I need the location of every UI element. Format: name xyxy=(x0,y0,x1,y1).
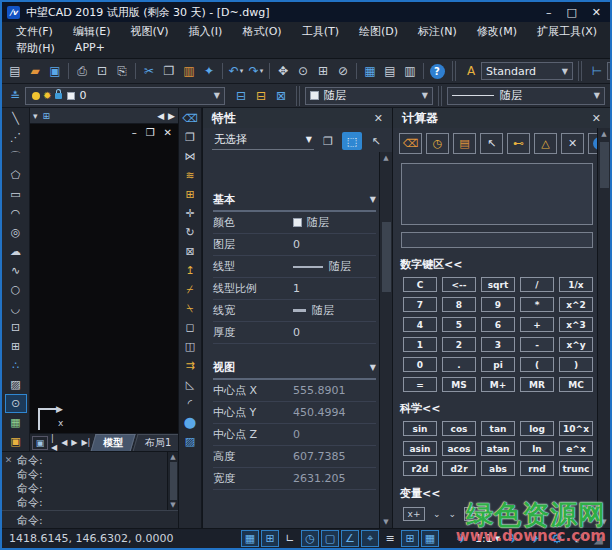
layer-states-icon[interactable]: ⊠ xyxy=(271,86,291,105)
new-view-icon[interactable]: ⊞ xyxy=(43,111,51,121)
menu-app-plus[interactable]: APP+ xyxy=(65,40,115,57)
menu-view[interactable]: 视图(V) xyxy=(120,23,178,40)
calc-button-3[interactable]: 3 xyxy=(481,337,515,352)
annotation-visibility-icon[interactable]: ✈ xyxy=(453,530,471,547)
properties-close-icon[interactable]: ✕ xyxy=(374,112,383,125)
calc-button-cube[interactable]: x^3 xyxy=(559,317,593,332)
last-tab-icon[interactable]: ▶| xyxy=(80,438,91,447)
calc-button-abs[interactable]: abs xyxy=(481,461,515,476)
select-objects-icon[interactable]: ⬚ xyxy=(342,132,362,150)
insert-block-icon[interactable]: ⊡ xyxy=(5,318,27,337)
osnap-toggle-icon[interactable]: ▢ xyxy=(321,530,339,547)
prop-row-center-y[interactable]: 中心点 Y 450.4994 xyxy=(213,402,376,424)
calc-button-equals[interactable]: = xyxy=(403,377,437,392)
menu-insert[interactable]: 插入(I) xyxy=(179,23,233,40)
prop-row-center-z[interactable]: 中心点 Z 0 xyxy=(213,424,376,446)
properties-scrollbar[interactable]: ▲ ▼ xyxy=(379,152,392,528)
scroll-thumb[interactable] xyxy=(382,222,391,292)
calc-button-reciprocal[interactable]: 1/x xyxy=(559,277,593,292)
calculator-close-icon[interactable]: ✕ xyxy=(592,112,601,125)
calc-button-7[interactable]: 7 xyxy=(403,297,437,312)
dim-style-icon[interactable]: ⊢ xyxy=(587,62,607,81)
paste-to-command-line-icon[interactable]: ▤ xyxy=(453,133,476,154)
prop-row-lineweight[interactable]: 线宽 随层 xyxy=(213,300,376,322)
drawing-canvas[interactable]: – ❐ ✕ ▶ x xyxy=(30,124,178,433)
calculator-scrollbar[interactable]: ▲ ▼ xyxy=(597,128,610,528)
variable-calculator-icon[interactable]: ▭ xyxy=(464,507,486,521)
get-intersection-icon[interactable]: ✕ xyxy=(561,133,584,154)
arc-icon[interactable]: ◠ xyxy=(5,204,27,223)
chamfer-icon[interactable]: ◺ xyxy=(179,375,201,394)
lineweight-toggle-icon[interactable]: ≡ xyxy=(381,530,399,547)
calc-button-1[interactable]: 1 xyxy=(403,337,437,352)
tab-layout1[interactable]: 布局1 xyxy=(133,434,178,452)
scroll-up-icon[interactable]: ▲ xyxy=(383,154,388,162)
snap-toggle-icon[interactable]: ⊞ xyxy=(261,530,279,547)
linetype-combobox[interactable]: 随层 ▼ xyxy=(447,87,605,105)
calc-button-acos[interactable]: acos xyxy=(442,441,476,456)
calc-button-minus[interactable]: - xyxy=(520,337,554,352)
open-folder-icon[interactable]: ▰ xyxy=(25,62,45,81)
new-file-icon[interactable]: ▤ xyxy=(5,62,25,81)
ortho-toggle-icon[interactable]: ∟ xyxy=(281,530,299,547)
prop-row-linetype-scale[interactable]: 线型比例 1 xyxy=(213,278,376,300)
calc-button-sqrt[interactable]: sqrt xyxy=(481,277,515,292)
prop-row-center-x[interactable]: 中心点 X 555.8901 xyxy=(213,380,376,402)
menu-window[interactable]: 窗口(W) xyxy=(607,23,612,40)
calc-button-4[interactable]: 4 xyxy=(403,317,437,332)
print-icon[interactable]: ⎙ xyxy=(72,62,92,81)
fillet-icon[interactable]: ◜ xyxy=(179,394,201,413)
menu-help[interactable]: 帮助(H) xyxy=(6,40,65,57)
calc-button-pi[interactable]: pi xyxy=(481,357,515,372)
calc-button-asin[interactable]: asin xyxy=(403,441,437,456)
close-button[interactable]: ✕ xyxy=(592,6,601,19)
print-preview-icon[interactable]: ⊡ xyxy=(92,62,112,81)
mirror-icon[interactable]: ⋈ xyxy=(179,147,201,166)
layout-preview-icon[interactable]: ▣ xyxy=(32,436,48,450)
undo-icon[interactable]: ↶▾ xyxy=(226,62,246,81)
dynamic-input-toggle-icon[interactable]: ⌖ xyxy=(361,530,379,547)
text-style-icon[interactable]: A xyxy=(461,62,481,81)
calc-button-plus[interactable]: + xyxy=(520,317,554,332)
calc-button-mplus[interactable]: M+ xyxy=(481,377,515,392)
render-icon[interactable]: ▨ xyxy=(179,432,201,451)
auto-annotate-icon[interactable]: ✈ xyxy=(504,530,522,547)
resize-grip[interactable]: ◢ xyxy=(594,532,603,546)
scroll-up-icon[interactable]: ▲ xyxy=(170,453,175,461)
layer-combobox[interactable]: ✹ 0 ▼ xyxy=(25,87,225,105)
line-icon[interactable]: ╲ xyxy=(5,109,27,128)
calc-button-power[interactable]: x^y xyxy=(559,337,593,352)
break-icon[interactable]: ◻ xyxy=(179,318,201,337)
scroll-down-icon[interactable]: ▼ xyxy=(170,501,175,509)
calc-button-8[interactable]: 8 xyxy=(442,297,476,312)
calc-button-rnd[interactable]: rnd xyxy=(520,461,554,476)
rectangle-icon[interactable]: ▭ xyxy=(5,185,27,204)
calc-button-mc[interactable]: MC xyxy=(559,377,593,392)
scroll-down-icon[interactable]: ▼ xyxy=(383,518,388,526)
color-combobox[interactable]: 随层 ▼ xyxy=(305,87,433,105)
menu-tools[interactable]: 工具(T) xyxy=(292,23,349,40)
maximize-button[interactable]: □ xyxy=(566,6,576,19)
plot-icon[interactable]: ⎘ xyxy=(112,62,132,81)
section-view[interactable]: 视图 ▼ xyxy=(213,358,376,380)
dynamic-ucs-toggle-icon[interactable]: ⊞ xyxy=(401,530,419,547)
calc-button-close-paren[interactable]: ) xyxy=(559,357,593,372)
calc-button-5[interactable]: 5 xyxy=(442,317,476,332)
table-icon[interactable]: ▦ xyxy=(5,413,27,432)
command-input[interactable]: 命令: xyxy=(2,510,178,528)
calc-button-mr[interactable]: MR xyxy=(520,377,554,392)
scroll-up-icon[interactable]: ▲ xyxy=(601,130,606,138)
calc-button-backspace[interactable]: <-- xyxy=(442,277,476,292)
calc-button-r2d[interactable]: r2d xyxy=(403,461,437,476)
explode-icon[interactable]: ⬤ xyxy=(179,413,201,432)
cut-icon[interactable]: ✂ xyxy=(139,62,159,81)
calc-button-ms[interactable]: MS xyxy=(442,377,476,392)
redo-icon[interactable]: ↷▾ xyxy=(246,62,266,81)
mtext-icon[interactable]: ▣ xyxy=(5,432,27,451)
dim-style-combobox[interactable]: ISO xyxy=(607,62,610,80)
menu-draw[interactable]: 绘图(D) xyxy=(349,23,408,40)
command-close-icon[interactable]: ✕ xyxy=(2,452,15,510)
calc-button-multiply[interactable]: * xyxy=(520,297,554,312)
rotate-icon[interactable]: ↻ xyxy=(179,223,201,242)
minimize-button[interactable]: – xyxy=(546,6,552,19)
